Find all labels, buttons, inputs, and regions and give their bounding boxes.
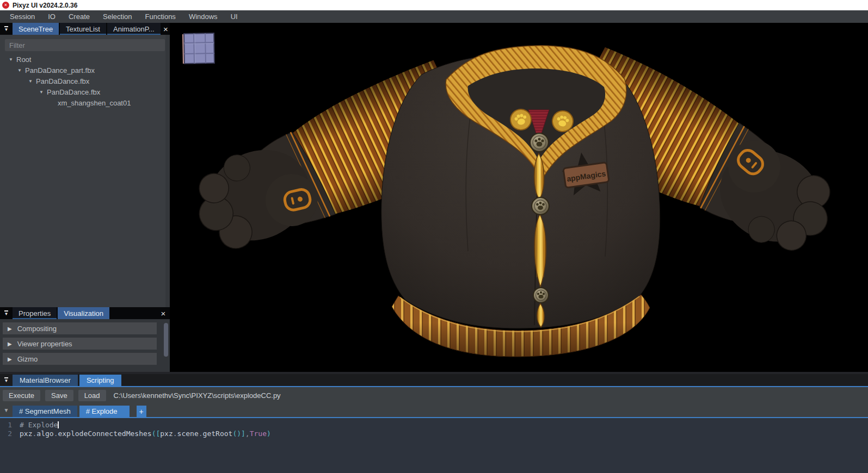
tree-label: xm_shangshen_coat01 <box>58 99 131 107</box>
collapsed-arrow-icon: ▶ <box>8 356 12 362</box>
menu-bar: Session IO Create Selection Functions Wi… <box>0 10 868 23</box>
tree-row-coat-mesh[interactable]: xm_shangshen_coat01 <box>0 97 170 108</box>
expander-icon[interactable]: ▼ <box>17 68 22 73</box>
tree-label: PanDaDance.fbx <box>36 77 89 85</box>
line-number: 1 <box>0 421 12 430</box>
panel-menu-icon: ▼ <box>4 377 9 383</box>
tree-label: PanDaDance.fbx <box>47 88 100 96</box>
app-title: Pixyz UI v2024.2.0.36 <box>13 2 77 9</box>
section-label: Compositing <box>17 325 57 333</box>
menu-session[interactable]: Session <box>3 10 41 23</box>
add-script-tab-button[interactable]: + <box>137 406 146 417</box>
title-bar: × Pixyz UI v2024.2.0.36 <box>0 0 868 10</box>
filter-box <box>5 39 165 51</box>
section-compositing[interactable]: ▶ Compositing <box>3 322 157 334</box>
close-icon[interactable]: × <box>162 23 170 35</box>
jacket-model[interactable]: appMagics <box>180 45 853 357</box>
tree-row-pandadance-1[interactable]: ▼ PanDaDance.fbx <box>0 76 170 86</box>
menu-functions[interactable]: Functions <box>139 10 182 23</box>
close-icon[interactable]: × <box>157 307 170 319</box>
menu-ui[interactable]: UI <box>224 10 244 23</box>
bottom-panel: ▼ MaterialBrowser Scripting Execute Save… <box>0 372 868 473</box>
panel-menu-icon: ▼ <box>4 26 9 32</box>
menu-selection[interactable]: Selection <box>96 10 138 23</box>
execute-button[interactable]: Execute <box>3 390 40 401</box>
text-caret <box>58 421 59 428</box>
expander-icon[interactable]: ▼ <box>28 79 33 84</box>
filter-input[interactable] <box>5 39 165 51</box>
code-statement: pxz.algo.explodeConnectedMeshes([pxz.sce… <box>20 430 271 438</box>
tab-scripting[interactable]: Scripting <box>79 375 121 386</box>
tab-explode-script[interactable]: # Explode <box>79 406 130 417</box>
expander-icon[interactable]: ▼ <box>39 90 44 95</box>
tree-label: Root <box>16 55 31 64</box>
script-toolbar: Execute Save Load C:\Users\kennethv\Sync… <box>0 387 868 403</box>
viewport-3d[interactable]: appMagics <box>170 23 868 372</box>
line-number: 2 <box>0 430 12 438</box>
tab-properties[interactable]: Properties <box>13 307 57 319</box>
uv-plane[interactable] <box>182 33 214 64</box>
tab-segmentmesh-script[interactable]: # SegmentMesh <box>13 406 77 417</box>
tree-row-pandadance-part[interactable]: ▼ PanDaDance_part.fbx <box>0 65 170 76</box>
code-line-1: 1 # Explode <box>0 421 868 430</box>
section-label: Gizmo <box>17 355 38 363</box>
tree-row-root[interactable]: ▼ Root <box>0 54 170 65</box>
scene-panel: ▼ SceneTree TextureList AnimationP... × … <box>0 23 170 372</box>
tab-texturelist[interactable]: TextureList <box>60 23 106 35</box>
code-comment: # Explode <box>20 421 58 429</box>
collapse-icon[interactable]: ▼ <box>0 403 13 417</box>
panel-menu-icon: ▼ <box>4 310 9 316</box>
app-logo-icon: × <box>2 2 9 9</box>
save-button[interactable]: Save <box>45 390 73 401</box>
properties-tabbar: ▼ Properties Visualization × <box>0 307 170 319</box>
panel-menu-button[interactable]: ▼ <box>0 23 13 35</box>
tree-row-pandadance-2[interactable]: ▼ PanDaDance.fbx <box>0 86 170 97</box>
code-line-2: 2 pxz.algo.explodeConnectedMeshes([pxz.s… <box>0 430 868 438</box>
tree-label: PanDaDance_part.fbx <box>25 66 95 74</box>
menu-windows[interactable]: Windows <box>182 10 224 23</box>
section-viewer-properties[interactable]: ▶ Viewer properties <box>3 338 157 350</box>
panel-menu-button[interactable]: ▼ <box>0 374 13 386</box>
section-label: Viewer properties <box>17 340 72 348</box>
menu-create[interactable]: Create <box>62 10 96 23</box>
section-gizmo[interactable]: ▶ Gizmo <box>3 353 157 365</box>
tab-animationplayer[interactable]: AnimationP... <box>107 23 161 35</box>
load-button[interactable]: Load <box>78 390 106 401</box>
collapsed-arrow-icon: ▶ <box>8 326 12 332</box>
menu-io[interactable]: IO <box>41 10 62 23</box>
tab-materialbrowser[interactable]: MaterialBrowser <box>13 375 78 386</box>
tab-scenetree[interactable]: SceneTree <box>13 23 59 35</box>
properties-scrollbar[interactable] <box>164 323 168 357</box>
bottom-tabbar: ▼ MaterialBrowser Scripting <box>0 374 868 387</box>
scene-tree: ▼ Root ▼ PanDaDance_part.fbx ▼ PanDaDanc… <box>0 54 170 108</box>
viewport-render: appMagics <box>170 23 868 372</box>
expander-icon[interactable]: ▼ <box>8 57 14 62</box>
tab-visualization[interactable]: Visualization <box>58 307 109 319</box>
panel-menu-button[interactable]: ▼ <box>0 307 13 319</box>
script-path: C:\Users\kennethv\Sync\PIXYZ\scripts\exp… <box>114 391 281 400</box>
script-tabbar: ▼ # SegmentMesh # Explode + <box>0 403 868 418</box>
properties-panel: ▼ Properties Visualization × ▶ Compositi… <box>0 307 170 372</box>
code-editor[interactable]: 1 # Explode 2 pxz.algo.explodeConnectedM… <box>0 418 868 473</box>
scene-panel-tabbar: ▼ SceneTree TextureList AnimationP... × <box>0 23 170 35</box>
collapsed-arrow-icon: ▶ <box>8 341 12 347</box>
